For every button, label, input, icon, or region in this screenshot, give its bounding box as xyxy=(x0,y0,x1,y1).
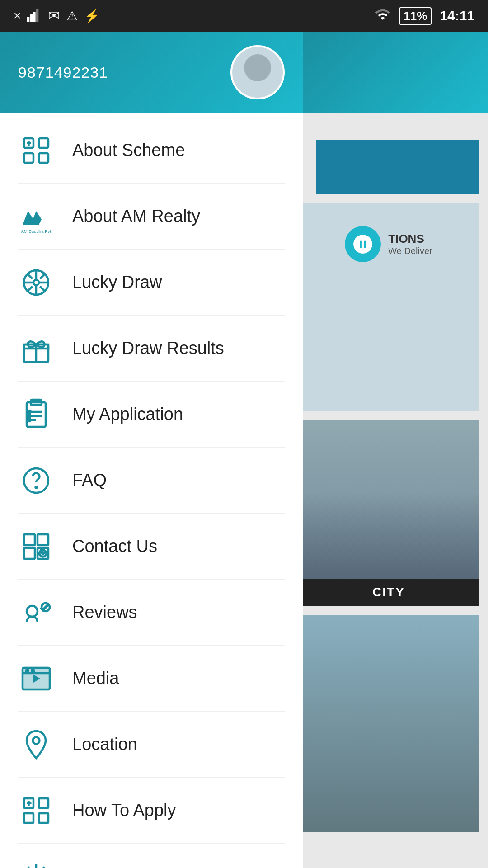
faq-label: FAQ xyxy=(72,471,107,490)
svg-rect-0 xyxy=(27,17,29,22)
sidebar-item-location[interactable]: Location xyxy=(0,712,303,777)
status-bar: × ✉ ⚠ ⚡ 11% 14:11 xyxy=(0,0,488,32)
svg-text:AM Buddha Pvt. Ltd: AM Buddha Pvt. Ltd xyxy=(21,229,52,233)
sidebar-item-contact-us[interactable]: Contact Us xyxy=(0,514,303,579)
svg-rect-2 xyxy=(33,12,36,21)
sidebar-item-reviews[interactable]: Reviews xyxy=(0,580,303,645)
question-icon xyxy=(18,462,54,499)
city-label: CITY xyxy=(298,579,479,606)
menu-list: About Scheme AM Buddha Pvt. Ltd About AM… xyxy=(0,113,303,868)
avatar xyxy=(230,45,285,99)
svg-rect-6 xyxy=(24,153,33,163)
media-icon xyxy=(18,660,54,697)
sidebar-item-how-to-apply[interactable]: How To Apply xyxy=(0,778,303,843)
svg-line-18 xyxy=(40,286,45,291)
blue-rect xyxy=(316,140,479,194)
sidebar-item-my-application[interactable]: My Application xyxy=(0,382,303,447)
drawer-phone: 9871492231 xyxy=(18,64,108,81)
how-to-apply-label: How To Apply xyxy=(72,801,176,820)
sidebar-item-media[interactable]: Media xyxy=(0,646,303,711)
svg-line-19 xyxy=(40,274,45,278)
svg-rect-1 xyxy=(30,14,33,22)
svg-point-12 xyxy=(33,280,39,285)
time-display: 14:11 xyxy=(440,8,474,24)
wifi-icon xyxy=(375,6,391,26)
svg-point-32 xyxy=(36,486,37,488)
building-icon xyxy=(18,132,54,169)
lucky-draw-label: Lucky Draw xyxy=(72,273,162,292)
app-header-teal xyxy=(298,32,488,113)
svg-rect-5 xyxy=(39,138,48,148)
mail-icon: ✉ xyxy=(48,7,60,24)
svg-point-29 xyxy=(28,415,31,417)
media-label: Media xyxy=(72,669,119,688)
right-card-2 xyxy=(298,420,479,601)
usb-icon: ⚡ xyxy=(84,9,100,24)
clipboard-icon xyxy=(18,396,54,433)
svg-rect-51 xyxy=(24,813,33,823)
contact-us-label: Contact Us xyxy=(72,537,157,556)
status-right: 11% 14:11 xyxy=(375,6,474,26)
sidebar-item-about-am-realty[interactable]: AM Buddha Pvt. Ltd About AM Realty xyxy=(0,184,303,249)
how-to-apply-icon xyxy=(18,793,54,829)
sidebar-item-lucky-draw[interactable]: Lucky Draw xyxy=(0,250,303,315)
status-left: × ✉ ⚠ ⚡ xyxy=(14,7,100,25)
power-icon xyxy=(18,859,54,868)
gift-icon xyxy=(18,330,54,367)
svg-rect-33 xyxy=(24,534,35,545)
am-realty-logo-icon: AM Buddha Pvt. Ltd xyxy=(18,198,54,235)
location-label: Location xyxy=(72,735,137,754)
svg-point-28 xyxy=(28,410,31,413)
sidebar-item-lucky-draw-results[interactable]: Lucky Draw Results xyxy=(0,316,303,381)
battery-indicator: 11% xyxy=(399,7,432,25)
navigation-drawer: 9871492231 About Scheme xyxy=(0,32,303,868)
svg-rect-46 xyxy=(25,669,29,673)
signal-x-icon: × xyxy=(14,9,21,23)
svg-rect-52 xyxy=(39,813,48,823)
svg-rect-7 xyxy=(39,153,48,163)
svg-rect-34 xyxy=(38,534,48,545)
sidebar-item-logout[interactable]: Logout xyxy=(0,844,303,868)
location-icon xyxy=(18,726,54,763)
svg-line-20 xyxy=(28,286,33,291)
wheel-icon xyxy=(18,264,54,301)
about-am-realty-label: About AM Realty xyxy=(72,207,200,226)
drawer-header: 9871492231 xyxy=(0,32,303,113)
sidebar-item-faq[interactable]: FAQ xyxy=(0,448,303,513)
sidebar-item-about-scheme[interactable]: About Scheme xyxy=(0,118,303,183)
warning-icon: ⚠ xyxy=(66,9,78,24)
right-card-3 xyxy=(298,615,479,832)
svg-rect-35 xyxy=(24,548,35,559)
svg-point-39 xyxy=(27,606,38,617)
svg-point-48 xyxy=(33,737,40,744)
reviews-label: Reviews xyxy=(72,603,137,622)
my-application-label: My Application xyxy=(72,405,183,424)
about-scheme-label: About Scheme xyxy=(72,141,185,160)
contact-icon xyxy=(18,528,54,565)
right-card-1: TIONS We Deliver xyxy=(298,203,479,411)
svg-rect-47 xyxy=(31,669,35,673)
svg-point-30 xyxy=(28,419,31,421)
reviews-icon xyxy=(18,594,54,631)
svg-rect-3 xyxy=(36,9,38,22)
signal-icon xyxy=(27,7,42,25)
lucky-draw-results-label: Lucky Draw Results xyxy=(72,339,224,358)
svg-rect-50 xyxy=(39,798,48,808)
svg-line-17 xyxy=(28,274,33,278)
